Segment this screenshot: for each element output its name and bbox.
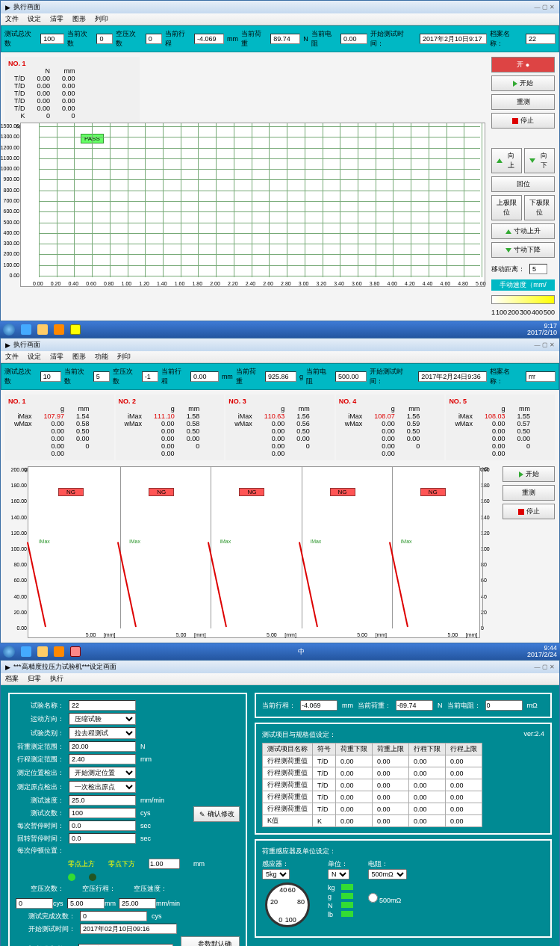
val-file[interactable] xyxy=(526,34,556,44)
window-controls[interactable]: — ▢ ✕ xyxy=(535,4,555,10)
rt-trv[interactable] xyxy=(300,700,337,711)
status-bar-2: 测试总次数 当前次数 空压次数 当前行程mm 当前荷重g 当前电阻 开始测试时间… xyxy=(1,363,559,390)
menu-zero[interactable]: 清零 xyxy=(50,14,63,24)
clock-2[interactable]: 9:442017/2/24 xyxy=(527,645,557,658)
w2-pp[interactable] xyxy=(142,371,158,382)
start-button-2[interactable]: 开始 xyxy=(503,466,555,482)
down-icon xyxy=(529,158,535,163)
w2-start[interactable] xyxy=(418,371,487,382)
val-res[interactable] xyxy=(340,34,367,44)
pp-trv[interactable] xyxy=(67,898,105,909)
title-2: 执行画面 xyxy=(13,340,40,350)
movedist-input[interactable] xyxy=(529,264,547,274)
start-button[interactable]: 开始 xyxy=(491,75,555,91)
explorer-icon-2[interactable] xyxy=(37,646,48,657)
w2-res[interactable] xyxy=(335,371,367,382)
titlebar-3: ▶ ***高精度拉压力试验机***设定画面 — ▢ ✕ xyxy=(1,661,559,673)
w2-cur[interactable] xyxy=(93,371,110,382)
lbl-total: 测试总次数 xyxy=(4,29,37,49)
limit-dn-button[interactable]: 下极限位 xyxy=(524,195,555,220)
confirm-button[interactable]: ✎ 确认修改 xyxy=(193,806,240,822)
led-dn-icon xyxy=(89,874,96,881)
window-2: ▶ 执行画面 — ▢ ✕ 文件 设定 清零 图形 功能 列印 测试总次数 当前次… xyxy=(0,338,560,643)
speed-slider[interactable] xyxy=(491,295,555,304)
menu3-0[interactable]: 档案 xyxy=(5,674,19,684)
menu3-1[interactable]: 归零 xyxy=(28,674,41,684)
jog-up-button[interactable]: 寸动上升 xyxy=(491,223,555,239)
led-up-icon xyxy=(68,874,75,881)
unit-led-kg xyxy=(341,884,353,890)
start-orb[interactable] xyxy=(3,324,15,336)
ie-icon-2[interactable] xyxy=(21,646,31,657)
record-button[interactable]: 开 ● xyxy=(491,57,555,72)
unit-select[interactable]: N xyxy=(328,869,349,879)
w2-trv[interactable] xyxy=(190,371,219,382)
menu-graph[interactable]: 图形 xyxy=(72,14,86,24)
ie-icon[interactable] xyxy=(21,324,31,335)
limit-up-button[interactable]: 上极限位 xyxy=(491,195,522,220)
pp-cnt[interactable] xyxy=(16,898,53,909)
settings-left: 试验名称：运动方向：压缩试验试验类别：拉去程测试荷重测定范围：N行程测定范围：m… xyxy=(8,693,247,946)
button-column-2: 开始 重测 停止 xyxy=(503,466,555,638)
w2-file[interactable] xyxy=(526,371,556,382)
home-button[interactable]: 回位 xyxy=(491,176,555,192)
media-icon-2[interactable] xyxy=(54,646,64,657)
window-1: ▶ 执行画面 — ▢ ✕ 文件 设定 清零 图形 列印 测试总次数 当前次数 空… xyxy=(0,0,560,321)
jog-dn-button[interactable]: 寸动下降 xyxy=(491,242,555,258)
start-orb-2[interactable] xyxy=(3,646,15,658)
menu2-print[interactable]: 列印 xyxy=(117,352,131,362)
menu-set[interactable]: 设定 xyxy=(28,14,41,24)
res-radio[interactable] xyxy=(368,893,378,903)
menu2-func[interactable]: 功能 xyxy=(95,352,108,362)
spec-table: 测试项目名称符号荷重下限荷重上限行程下限行程上限行程测荷重值T/D0.000.0… xyxy=(262,743,482,827)
down-button[interactable]: 向下 xyxy=(524,148,555,173)
sensor-select[interactable]: 5kg xyxy=(262,869,290,879)
stop-button-2[interactable]: 停止 xyxy=(503,504,555,519)
lbl-trv: 当前行程 xyxy=(165,29,191,49)
w2-total[interactable] xyxy=(40,371,61,382)
window-3: ▶ ***高精度拉压力试验机***设定画面 — ▢ ✕ 档案 归零 执行 试验名… xyxy=(0,660,560,946)
status-bar-1: 测试总次数 当前次数 空压次数 当前行程mm 当前荷重N 当前电阻 开始测试时间… xyxy=(1,25,559,52)
val-pp[interactable] xyxy=(146,34,162,44)
stop-icon-2 xyxy=(518,509,524,515)
menu2-set[interactable]: 设定 xyxy=(28,352,41,362)
zero-input[interactable] xyxy=(149,859,180,869)
lbl-res: 当前电阻 xyxy=(311,29,337,49)
menu2-graph[interactable]: 图形 xyxy=(72,352,86,362)
menu2-zero[interactable]: 清零 xyxy=(50,352,63,362)
menu-file[interactable]: 文件 xyxy=(5,14,19,24)
play-icon xyxy=(513,81,517,87)
default-button[interactable]: ✎ 参数默认确认 xyxy=(181,936,240,946)
val-start[interactable] xyxy=(420,34,487,44)
val-trv[interactable] xyxy=(194,34,224,44)
app-task-icon[interactable] xyxy=(70,324,81,335)
app-icon-2: ▶ xyxy=(5,341,10,349)
window-controls-2[interactable]: — ▢ ✕ xyxy=(535,341,555,348)
ime-2[interactable]: 中 xyxy=(298,647,305,657)
val-total[interactable] xyxy=(40,34,64,44)
menu2-file[interactable]: 文件 xyxy=(5,352,19,362)
menu-print[interactable]: 列印 xyxy=(95,14,108,24)
res-select[interactable]: 500mΩ xyxy=(368,869,407,879)
explorer-icon[interactable] xyxy=(37,324,48,335)
menu3-2[interactable]: 执行 xyxy=(50,674,63,684)
up-button[interactable]: 向上 xyxy=(491,148,522,173)
app-task-icon-2[interactable] xyxy=(70,646,81,657)
media-icon[interactable] xyxy=(54,324,64,335)
rt-load[interactable] xyxy=(396,700,433,711)
retest-button[interactable]: 重测 xyxy=(491,94,555,110)
stop-button[interactable]: 停止 xyxy=(491,113,555,129)
clock-1[interactable]: 9:172017/2/10 xyxy=(527,323,557,336)
window-controls-3[interactable]: — ▢ ✕ xyxy=(535,664,555,670)
pp-spd[interactable] xyxy=(119,898,156,909)
start-time[interactable] xyxy=(80,924,177,934)
retest-button-2[interactable]: 重测 xyxy=(503,485,555,501)
val-load[interactable] xyxy=(270,34,300,44)
rt-res[interactable] xyxy=(485,700,523,711)
up-icon xyxy=(497,158,503,163)
done-cnt[interactable] xyxy=(80,911,147,921)
jog-up-icon xyxy=(505,229,511,234)
val-cur[interactable] xyxy=(96,34,113,44)
w2-load[interactable] xyxy=(265,371,296,382)
title-3: ***高精度拉压力试验机***设定画面 xyxy=(13,662,116,672)
